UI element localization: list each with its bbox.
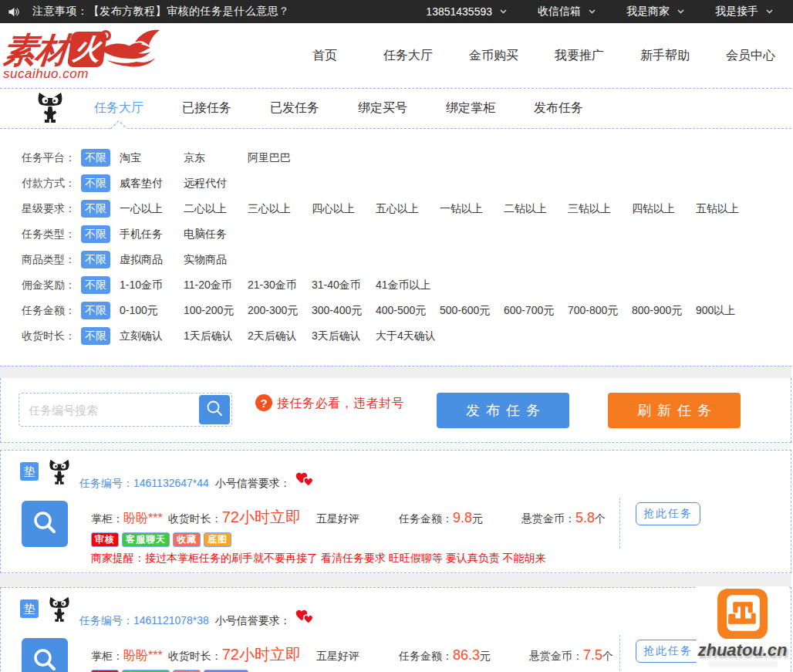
filter-option[interactable]: 虚拟商品 — [120, 253, 184, 267]
topbar-menu-item[interactable]: 13851435593 — [410, 5, 522, 18]
nav-item[interactable]: 金币购买 — [469, 48, 518, 64]
top-notice-text[interactable]: 注意事项：【发布方教程】审核的任务是什么意思？ — [32, 5, 290, 19]
tab-2[interactable]: 已发任务 — [270, 100, 319, 117]
filter-option[interactable]: 700-800元 — [568, 304, 632, 318]
filter-any-chip[interactable]: 不限 — [81, 200, 110, 218]
filter-option[interactable]: 二钻以上 — [504, 202, 568, 216]
search-button[interactable] — [199, 395, 230, 424]
filter-option[interactable]: 800-900元 — [632, 304, 696, 318]
filter-option[interactable]: 淘宝 — [120, 151, 184, 165]
filter-option[interactable]: 三心以上 — [248, 202, 312, 216]
nav-item[interactable]: 任务大厅 — [383, 48, 433, 64]
filter-options: 虚拟商品实物商品 — [120, 253, 248, 267]
filter-any-chip[interactable]: 不限 — [81, 302, 110, 319]
filter-option[interactable]: 11-20金币 — [184, 279, 248, 292]
filter-option[interactable]: 阿里巴巴 — [248, 151, 312, 165]
filter-option[interactable]: 100-200元 — [184, 304, 248, 318]
filter-option[interactable]: 0-100元 — [120, 304, 184, 318]
filter-option[interactable]: 3天后确认 — [312, 329, 376, 343]
topbar-menu-item[interactable]: 我是商家 — [611, 5, 700, 19]
site-logo[interactable]: 素材 火 sucaihuo.com — [3, 32, 181, 83]
filter-row: 付款方式：不限威客垫付远程代付 — [0, 171, 791, 196]
filter-any-chip[interactable]: 不限 — [81, 327, 110, 345]
watermark-subtext — [708, 661, 778, 667]
nav-item[interactable]: 首页 — [312, 48, 337, 64]
filter-option[interactable]: 立刻确认 — [120, 329, 184, 343]
amount-value: 9.8 — [453, 510, 472, 526]
task-tag[interactable]: 收藏 — [173, 532, 201, 547]
filter-option[interactable]: 1-10金币 — [120, 279, 184, 292]
topbar-menu-item[interactable]: 我是接手 — [700, 5, 788, 19]
filter-option[interactable]: 四钻以上 — [632, 202, 696, 216]
filter-option[interactable]: 41金币以上 — [376, 279, 440, 292]
filter-option[interactable]: 400-500元 — [376, 304, 440, 318]
filter-option[interactable]: 21-30金币 — [248, 279, 312, 292]
task-tag[interactable]: 客服聊天 — [122, 532, 170, 547]
top-notice-left: 注意事项：【发布方教程】审核的任务是什么意思？ — [0, 5, 290, 19]
filter-option[interactable]: 200-300元 — [248, 304, 312, 318]
filter-option[interactable]: 300-400元 — [312, 304, 376, 318]
task-tag[interactable]: 底图 — [204, 532, 231, 547]
nav-item[interactable]: 会员中心 — [726, 48, 775, 64]
filter-option[interactable]: 31-40金币 — [312, 279, 376, 292]
filter-option[interactable]: 实物商品 — [184, 253, 248, 267]
nav-item[interactable]: 新手帮助 — [640, 48, 690, 64]
filter-option[interactable]: 电脑任务 — [184, 228, 248, 241]
tab-3[interactable]: 绑定买号 — [358, 100, 407, 117]
top-notice-bar: 注意事项：【发布方教程】审核的任务是什么意思？ 13851435593收信信箱我… — [0, 0, 793, 23]
filter-row: 商品类型：不限虚拟商品实物商品 — [0, 247, 791, 272]
task-number[interactable]: 任务编号：1461121078*38 — [79, 614, 209, 628]
filter-option[interactable]: 1天后确认 — [184, 329, 248, 343]
grab-task-button[interactable]: 抢此任务 — [636, 502, 700, 525]
tab-1[interactable]: 已接任务 — [182, 100, 231, 117]
filter-option[interactable]: 二心以上 — [184, 202, 248, 216]
tab-5[interactable]: 发布任务 — [534, 100, 583, 117]
nav-item[interactable]: 我要推广 — [555, 48, 604, 64]
filter-option[interactable]: 五钻以上 — [696, 202, 760, 216]
amount-label: 任务金额： — [399, 512, 453, 526]
shop-name: 盼盼*** — [123, 648, 163, 664]
amount-value: 86.3 — [453, 647, 480, 664]
filter-option[interactable]: 京东 — [184, 151, 248, 165]
filter-option[interactable]: 2天后确认 — [248, 329, 312, 343]
refresh-task-button[interactable]: 刷新任务 — [608, 393, 741, 428]
task-tag[interactable]: 审核 — [91, 532, 119, 547]
grab-task-button[interactable]: 抢此任务 — [636, 640, 700, 663]
filter-option[interactable]: 手机任务 — [120, 228, 184, 241]
filter-any-chip[interactable]: 不限 — [81, 225, 110, 243]
filter-option[interactable]: 五心以上 — [376, 202, 440, 216]
filter-option[interactable]: 威客垫付 — [120, 177, 184, 191]
filter-option[interactable]: 900以上 — [696, 304, 760, 318]
task-info-line: 掌柜：盼盼***收货时长：72小时立即五星好评任务金额：86.3元悬赏金币：7.… — [91, 644, 616, 663]
search-input[interactable] — [29, 395, 206, 424]
task-thumb-button[interactable] — [22, 501, 68, 547]
must-read-notice[interactable]: 接任务必看，违者封号 — [277, 396, 404, 412]
credit-requirement-label: 小号信誉要求： — [215, 614, 291, 628]
filter-any-chip[interactable]: 不限 — [81, 174, 110, 192]
tab-4[interactable]: 绑定掌柜 — [446, 100, 495, 117]
filter-option[interactable]: 500-600元 — [440, 304, 504, 318]
filter-option[interactable]: 四心以上 — [312, 202, 376, 216]
task-number[interactable]: 任务编号：1461132647*44 — [79, 477, 209, 491]
topbar-menu-item[interactable]: 收信信箱 — [522, 5, 611, 19]
filter-any-chip[interactable]: 不限 — [81, 149, 110, 167]
filter-option[interactable]: 一钻以上 — [440, 202, 504, 216]
filter-any-chip[interactable]: 不限 — [81, 251, 110, 268]
tab-active[interactable]: 任务大厅 — [94, 100, 143, 117]
rating-requirement: 五星好评 — [316, 512, 359, 526]
filter-option[interactable]: 600-700元 — [504, 304, 568, 318]
publish-task-button[interactable]: 发布任务 — [437, 393, 569, 428]
filter-any-chip[interactable]: 不限 — [81, 276, 110, 294]
filter-label: 任务金额： — [22, 304, 81, 318]
filter-option[interactable]: 三钻以上 — [568, 202, 632, 216]
filter-row: 佣金奖励：不限1-10金币11-20金币21-30金币31-40金币41金币以上 — [0, 272, 791, 298]
topbar-menu-label: 13851435593 — [426, 5, 492, 18]
filter-option[interactable]: 一心以上 — [120, 202, 184, 216]
filter-option[interactable]: 大于4天确认 — [376, 329, 440, 343]
filter-option[interactable]: 远程代付 — [184, 177, 248, 191]
task-thumb-button[interactable] — [22, 638, 68, 672]
receipt-time-value: 72小时立即 — [222, 507, 301, 528]
chevron-down-icon — [758, 9, 773, 14]
filter-row: 星级要求：不限一心以上二心以上三心以上四心以上五心以上一钻以上二钻以上三钻以上四… — [0, 196, 791, 221]
search-icon — [205, 399, 224, 420]
